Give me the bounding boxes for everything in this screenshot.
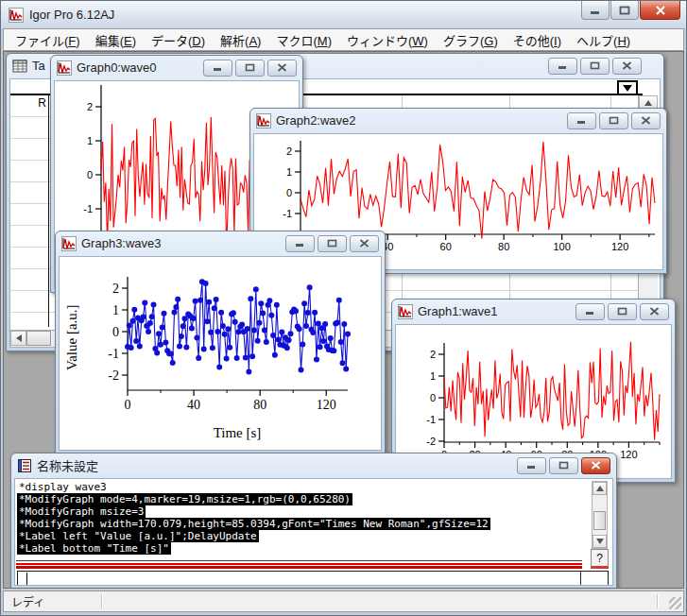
close-button[interactable]	[581, 457, 610, 474]
scrollbar-thumb[interactable]	[593, 511, 606, 530]
restore-button[interactable]	[599, 112, 628, 129]
restore-button[interactable]	[580, 58, 610, 75]
restore-button[interactable]	[318, 235, 347, 252]
graph1-window-buttons	[575, 303, 669, 320]
menu-item-4[interactable]: マクロ(M)	[268, 29, 339, 51]
svg-text:2: 2	[112, 282, 119, 296]
chevron-down-icon	[623, 85, 632, 92]
svg-text:1: 1	[286, 166, 292, 178]
svg-text:80: 80	[253, 398, 266, 412]
command-window-title: 名称未設定	[37, 456, 98, 474]
svg-text:1: 1	[112, 303, 119, 317]
command-history-line[interactable]: *Label bottom "Time [s]"	[17, 542, 588, 555]
maximize-button[interactable]	[610, 1, 639, 20]
close-button[interactable]	[631, 112, 661, 129]
table-icon	[12, 59, 27, 74]
close-button[interactable]	[350, 235, 379, 252]
minimize-button[interactable]	[203, 60, 232, 77]
close-icon	[359, 239, 369, 248]
graph0-titlebar[interactable]: Graph0:wave0	[51, 56, 302, 79]
graph3-window-buttons	[285, 235, 379, 252]
menu-item-7[interactable]: その他(I)	[506, 29, 569, 51]
graph-icon	[398, 304, 413, 319]
minimize-icon	[576, 117, 587, 125]
minimize-button[interactable]	[548, 58, 577, 75]
menu-item-3[interactable]: 解析(A)	[213, 29, 268, 51]
resize-grip[interactable]	[669, 597, 681, 609]
svg-text:-2: -2	[426, 436, 436, 447]
graph1-titlebar[interactable]: Graph1:wave1	[392, 299, 675, 323]
command-window-titlebar[interactable]: 名称未設定	[11, 453, 616, 477]
graph3-plot: 210-1-204080120	[60, 257, 382, 451]
svg-text:2: 2	[286, 145, 292, 157]
command-history-line[interactable]: *ModifyGraph mode=4,marker=19,msize=1,rg…	[17, 493, 588, 505]
close-icon	[591, 461, 601, 470]
minimize-button[interactable]	[285, 235, 315, 252]
main-caption-buttons	[580, 1, 680, 20]
close-icon	[622, 61, 632, 70]
close-button[interactable]	[640, 303, 669, 320]
restore-icon	[327, 239, 337, 248]
command-history-line[interactable]: *ModifyGraph width=170.079,height=85.039…	[17, 518, 588, 530]
command-input[interactable]	[17, 571, 609, 586]
svg-text:1: 1	[87, 135, 93, 146]
minimize-button[interactable]	[567, 112, 596, 129]
status-text: レディ	[11, 593, 44, 609]
menu-item-6[interactable]: グラフ(G)	[436, 29, 506, 51]
maximize-icon	[619, 6, 630, 15]
arrow-up-icon	[644, 100, 652, 106]
restore-icon	[245, 63, 255, 72]
minimize-button[interactable]	[581, 1, 610, 20]
graph0-title: Graph0:wave0	[77, 60, 157, 75]
svg-text:-1: -1	[83, 203, 93, 214]
igor-app-icon	[9, 8, 24, 23]
svg-text:2: 2	[87, 101, 93, 112]
menu-item-2[interactable]: データ(D)	[144, 29, 213, 51]
mdi-client-area: Ta R	[3, 51, 684, 589]
command-history-separator	[16, 560, 582, 570]
restore-button[interactable]	[235, 60, 265, 77]
menu-item-1[interactable]: 編集(E)	[88, 29, 144, 51]
restore-button[interactable]	[549, 457, 578, 474]
notebook-icon	[17, 458, 32, 473]
command-history-line[interactable]: *Label left "Value [a.u.]";DelayUpdate	[17, 530, 588, 542]
menu-item-0[interactable]: ファイル(F)	[8, 29, 88, 51]
close-button[interactable]	[612, 58, 642, 75]
table-dropdown-button[interactable]	[617, 80, 638, 95]
svg-text:0: 0	[87, 169, 93, 180]
svg-text:120: 120	[620, 449, 637, 460]
minimize-icon	[585, 308, 595, 316]
graph3-titlebar[interactable]: Graph3:wave3	[56, 231, 385, 255]
close-icon	[655, 6, 666, 15]
scrollbar-thumb[interactable]	[26, 331, 51, 346]
svg-text:2: 2	[430, 349, 436, 360]
scroll-left-button[interactable]	[10, 331, 26, 346]
graph2-titlebar[interactable]: Graph2:wave2	[250, 109, 666, 132]
menu-item-8[interactable]: ヘルプ(H)	[569, 29, 638, 51]
command-scrollbar[interactable]	[592, 481, 608, 549]
table-window-title: Ta	[32, 59, 45, 73]
svg-text:120: 120	[317, 398, 336, 412]
menu-item-5[interactable]: ウィンドウ(W)	[339, 29, 436, 51]
restore-icon	[558, 461, 569, 470]
command-history-line[interactable]: *display wave3	[17, 481, 588, 493]
graph3-y-axis-label: Value [a.u.]	[64, 278, 81, 397]
svg-text:80: 80	[498, 241, 509, 252]
svg-text:0: 0	[430, 392, 436, 403]
close-button[interactable]	[267, 60, 297, 77]
restore-button[interactable]	[608, 303, 637, 320]
command-history[interactable]: *display wave3*ModifyGraph mode=4,marker…	[17, 481, 588, 555]
scroll-down-button[interactable]	[593, 535, 607, 548]
help-button[interactable]: ?	[591, 549, 609, 569]
igor-pro-main-window: Igor Pro 6.12AJ ファイル(F)編集(E)データ(D)解析(A)マ…	[0, 0, 687, 616]
command-history-line[interactable]: *ModifyGraph msize=3	[17, 505, 588, 518]
command-window-buttons	[517, 457, 610, 474]
graph-icon	[57, 60, 72, 76]
minimize-button[interactable]	[575, 303, 605, 320]
scroll-up-button[interactable]	[593, 482, 607, 495]
minimize-icon	[558, 62, 568, 70]
main-window-title: Igor Pro 6.12AJ	[29, 8, 114, 22]
svg-text:-2: -2	[108, 368, 119, 383]
minimize-button[interactable]	[517, 457, 546, 474]
close-button[interactable]	[640, 1, 680, 20]
